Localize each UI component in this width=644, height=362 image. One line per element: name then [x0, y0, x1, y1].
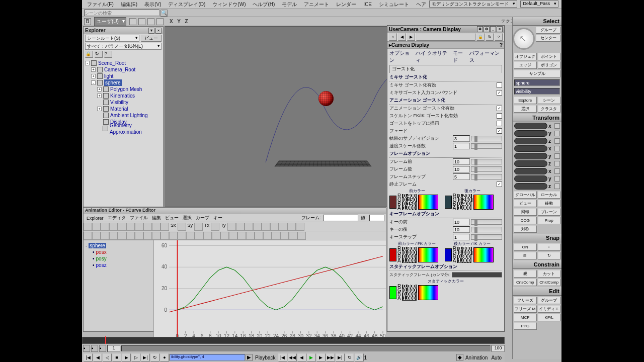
sphere-object[interactable]: [318, 91, 334, 106]
fcurve-tool-icon[interactable]: [160, 232, 169, 240]
edit-button[interactable]: フリーズ: [514, 297, 537, 304]
param-slider[interactable]: [471, 174, 502, 179]
lock-icon[interactable]: 🔒: [85, 51, 93, 58]
script-field[interactable]: ibility.ghosttype", 4: [170, 354, 245, 361]
fcurve-tool-icon[interactable]: [84, 232, 92, 240]
help-icon[interactable]: ?: [104, 51, 112, 58]
param-slider[interactable]: [471, 219, 502, 225]
fcurve-tool-icon[interactable]: [126, 223, 135, 231]
transform-toggle[interactable]: ローカル: [538, 191, 561, 199]
fcurve-menu-item[interactable]: キー: [212, 214, 224, 222]
param-input[interactable]: [453, 166, 470, 172]
scene-button[interactable]: シーン: [538, 97, 561, 104]
pb-prev-icon[interactable]: ◀: [297, 353, 306, 361]
fcurve-tool-icon[interactable]: [178, 232, 186, 240]
axis-toggle[interactable]: Sx: [169, 223, 178, 231]
explorer-view-button[interactable]: ビュー: [141, 35, 162, 42]
param-input[interactable]: [453, 143, 470, 149]
param-slider[interactable]: [471, 227, 502, 232]
fcurve-tool-icon[interactable]: [118, 223, 126, 231]
explore-button[interactable]: Explore: [514, 97, 537, 104]
fcurve-tool-icon[interactable]: [280, 232, 289, 240]
explorer-pin-icon[interactable]: ▾: [148, 28, 154, 34]
object-filter-button[interactable]: オブジェクト: [514, 53, 537, 60]
range-start[interactable]: 1: [107, 345, 120, 352]
fcurve-tool-icon[interactable]: [126, 232, 135, 240]
fcurve-tool-icon[interactable]: [253, 223, 262, 231]
param-input[interactable]: [453, 135, 470, 142]
ppg-recycle-icon[interactable]: ♻: [477, 26, 483, 32]
menu-item[interactable]: 表示(V): [141, 0, 164, 9]
edit-button[interactable]: PPG: [514, 322, 537, 330]
transform-opt-icon[interactable]: [554, 184, 560, 189]
fcurve-tool-icon[interactable]: [227, 223, 236, 231]
axis-z-label[interactable]: z: [548, 161, 553, 166]
selection-vis-field[interactable]: [514, 88, 560, 95]
color-swatch[interactable]: [389, 286, 396, 299]
range-end[interactable]: 100: [492, 345, 505, 352]
param-checkbox[interactable]: ✓: [497, 90, 502, 96]
transform-opt-icon[interactable]: [554, 138, 560, 144]
axis-z-label[interactable]: z: [548, 184, 553, 189]
tree-node[interactable]: -sphere: [85, 79, 162, 86]
fcurve-menu-item[interactable]: エディタ: [106, 214, 127, 222]
tree-node[interactable]: -Scene_Root: [85, 60, 162, 66]
expand-icon[interactable]: +: [91, 74, 96, 78]
fcurve-tool-icon[interactable]: [279, 223, 287, 231]
pb-prevkey-icon[interactable]: ◀◀: [288, 353, 297, 361]
fcurve-tool-icon[interactable]: [135, 232, 143, 240]
transform-toggle[interactable]: 回転: [514, 208, 537, 216]
search-icon[interactable]: 🔍: [160, 10, 168, 17]
menu-item[interactable]: ヘア: [413, 0, 429, 9]
color-widget[interactable]: R 0.000G 0.000B 0.800A 1.000: [445, 247, 500, 263]
fcurve-tool-icon[interactable]: [84, 223, 92, 231]
cluster-button[interactable]: クラスタ: [538, 105, 561, 113]
view-icon-1[interactable]: [129, 18, 136, 25]
frame-input[interactable]: [323, 215, 358, 221]
color-swatch[interactable]: [389, 248, 396, 261]
pb-last-icon[interactable]: ▶|: [336, 353, 345, 361]
menu-item[interactable]: レンダー: [333, 0, 359, 9]
tree-node[interactable]: Visibility: [85, 99, 162, 106]
fcurve-tool-icon[interactable]: [109, 223, 118, 231]
ppg-close-icon[interactable]: ×: [497, 26, 503, 32]
tree-node[interactable]: +Camera_Root: [85, 66, 162, 73]
key-icon[interactable]: ▪: [83, 345, 90, 352]
fcurve-channel[interactable]: •posy: [86, 255, 151, 262]
transport-stop-icon[interactable]: ■: [112, 353, 121, 361]
fcurve-menu-item[interactable]: Explorer: [85, 215, 105, 221]
menu-item[interactable]: モデル: [279, 0, 300, 9]
ppg-back-icon[interactable]: ◀: [398, 33, 406, 41]
ppg-reload-icon[interactable]: ↻: [486, 33, 494, 41]
point-filter-button[interactable]: ポイント: [538, 53, 561, 60]
param-slider[interactable]: [471, 166, 502, 172]
current-frame[interactable]: 1: [364, 355, 379, 360]
fcurve-menu-item[interactable]: 編集: [150, 214, 163, 222]
fcurve-tool-icon[interactable]: [263, 232, 272, 240]
fcurve-tool-icon[interactable]: [203, 232, 212, 240]
transport-loop-icon[interactable]: ↻: [150, 353, 159, 361]
ppg-lock-icon[interactable]: 🔒: [476, 33, 485, 41]
fcurve-tool-icon[interactable]: [195, 232, 203, 240]
edit-button[interactable]: KP/L: [538, 314, 561, 321]
fcurve-menu-item[interactable]: ビュー: [164, 214, 180, 222]
camera-dropdown[interactable]: ユーザ(U): [94, 17, 126, 26]
explorer-tree[interactable]: -Scene_Root+Camera_Root+light-sphere+Pol…: [84, 58, 163, 133]
fcurve-tree[interactable]: -sphere •posx•posy•posz: [84, 240, 154, 341]
selection-tool-icon[interactable]: [513, 28, 535, 50]
transform-opt-icon[interactable]: [554, 146, 560, 151]
pb-play-icon[interactable]: ▶: [307, 353, 316, 361]
transport-prev-icon[interactable]: ◀: [93, 353, 102, 361]
transform-opt-icon[interactable]: [554, 123, 560, 129]
expand-icon[interactable]: +: [97, 107, 102, 111]
transform-field[interactable]: [514, 175, 547, 182]
tree-node[interactable]: +Kinematics: [85, 93, 162, 99]
menu-item[interactable]: ウィンドウ(W): [209, 0, 249, 9]
param-checkbox[interactable]: ✓: [497, 182, 502, 187]
expand-icon[interactable]: +: [91, 67, 96, 72]
param-slider[interactable]: [471, 143, 502, 149]
param-checkbox[interactable]: [497, 82, 502, 88]
transform-toggle[interactable]: ビュー: [514, 200, 537, 207]
snap-opt3[interactable]: ↻: [538, 252, 561, 259]
tree-node[interactable]: Ambient Lighting: [85, 112, 162, 119]
